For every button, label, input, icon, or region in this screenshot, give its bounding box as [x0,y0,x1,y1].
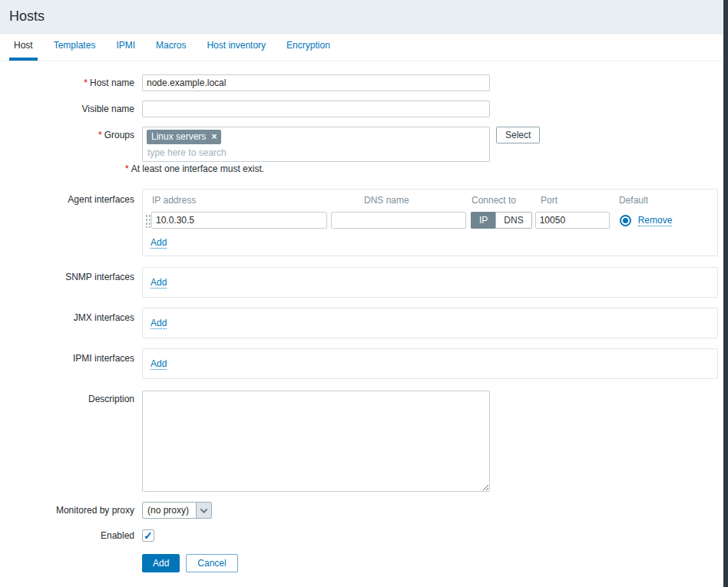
drag-handle-icon[interactable] [145,213,151,228]
hosts-config-page: Hosts Host Templates IPMI Macros Host in… [0,0,728,587]
row-enabled: Enabled [0,529,728,542]
description-label: Description [0,391,138,405]
row-host-name: *Host name [0,74,728,91]
col-port: Port [541,195,558,206]
row-groups: *Groups Linux servers × Select [0,127,728,162]
page-header: Hosts [0,0,728,34]
tab-ipmi[interactable]: IPMI [111,40,140,61]
col-default: Default [619,195,648,206]
tab-bar: Host Templates IPMI Macros Host inventor… [0,34,728,61]
remove-interface-link[interactable]: Remove [638,215,673,226]
side-strip [723,0,728,587]
proxy-select-value: (no proxy) [143,503,196,518]
add-snmp-interface-link[interactable]: Add [151,277,167,289]
dns-name-input[interactable] [331,212,466,229]
col-ip-address: IP address [152,195,196,206]
ipmi-interfaces-label: IPMI interfaces [0,348,138,364]
required-marker: * [98,130,102,140]
agent-interface-row: IP DNS Remove [145,212,710,229]
jmx-interfaces-box: Add [142,308,718,338]
connect-to-toggle: IP DNS [471,212,532,229]
host-name-label: *Host name [0,77,138,89]
host-form: *Host name Visible name *Groups Linux se… [0,61,728,572]
visible-name-input[interactable] [142,101,490,117]
row-jmx-interfaces: JMX interfaces Add [0,308,728,338]
agent-interfaces-label: Agent interfaces [0,189,138,206]
add-button[interactable]: Add [142,554,180,572]
row-snmp-interfaces: SNMP interfaces Add [0,267,728,298]
add-agent-interface-link[interactable]: Add [151,237,167,249]
col-dns-name: DNS name [364,195,409,206]
interface-note: *At least one interface must exist. [125,163,728,174]
page-title: Hosts [9,8,45,25]
enabled-label: Enabled [0,530,138,542]
enabled-checkbox[interactable] [142,529,154,542]
connect-to-ip-option[interactable]: IP [471,212,495,229]
row-ipmi-interfaces: IPMI interfaces Add [0,348,728,379]
group-tag-label: Linux servers [151,131,206,143]
ipmi-interfaces-box: Add [142,348,718,379]
agent-interface-columns: IP address DNS name Connect to Port Defa… [145,195,710,206]
chevron-down-icon [200,506,208,513]
proxy-select[interactable]: (no proxy) [142,502,212,519]
default-radio[interactable] [620,215,631,226]
row-visible-name: Visible name [0,101,728,117]
groups-select-button[interactable]: Select [496,127,540,143]
port-input[interactable] [535,212,610,229]
row-description: Description [0,391,728,492]
cancel-button[interactable]: Cancel [186,554,237,572]
groups-label: *Groups [0,127,138,141]
visible-name-label: Visible name [0,104,138,115]
groups-search-input[interactable] [147,147,377,159]
col-connect-to: Connect to [472,195,516,206]
snmp-interfaces-label: SNMP interfaces [0,267,138,283]
tab-macros[interactable]: Macros [151,40,190,61]
required-marker: * [84,77,88,88]
add-jmx-interface-link[interactable]: Add [151,318,167,329]
host-name-input[interactable] [142,74,490,91]
required-marker: * [125,163,129,174]
proxy-select-dropdown-button[interactable] [196,503,211,518]
group-tag: Linux servers × [147,130,221,144]
groups-multiselect[interactable]: Linux servers × [142,127,490,162]
monitored-by-proxy-label: Monitored by proxy [0,505,138,516]
snmp-interfaces-box: Add [142,267,718,298]
description-textarea[interactable] [142,391,490,492]
tab-encryption[interactable]: Encryption [282,40,335,61]
remove-tag-icon[interactable]: × [211,131,217,143]
add-ipmi-interface-link[interactable]: Add [151,358,167,370]
row-monitored-by-proxy: Monitored by proxy (no proxy) [0,502,728,519]
form-actions: Add Cancel [142,554,728,572]
tab-host-inventory[interactable]: Host inventory [202,40,270,61]
row-agent-interfaces: Agent interfaces IP address DNS name Con… [0,189,728,256]
tab-host[interactable]: Host [9,40,38,61]
jmx-interfaces-label: JMX interfaces [0,308,138,324]
tab-templates[interactable]: Templates [49,40,101,61]
connect-to-dns-option[interactable]: DNS [495,212,531,229]
agent-interfaces-box: IP address DNS name Connect to Port Defa… [142,189,718,256]
ip-address-input[interactable] [151,212,327,229]
